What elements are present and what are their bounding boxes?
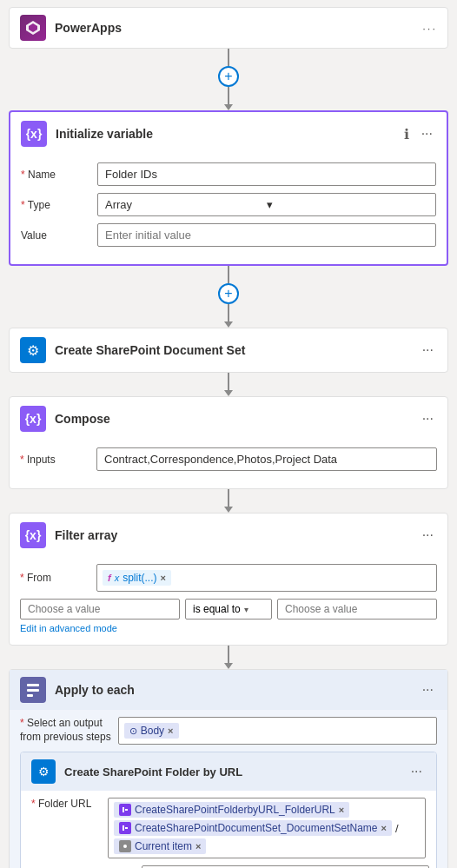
init-var-name-label: Name [21, 169, 90, 181]
powerapps-title: PowerApps [55, 21, 414, 35]
init-var-title: Initialize variable [56, 127, 392, 141]
create-doc-set-title: Create SharePoint Document Set [55, 343, 410, 357]
svg-rect-3 [27, 689, 39, 692]
filter-from-token[interactable]: fx split(...) × [103, 570, 171, 586]
apply-select-label: Select an outputfrom previous steps [20, 717, 111, 744]
compose-icon: {x} [20, 406, 46, 432]
folder-url-token1[interactable]: CreateSharePointFolderbyURL_FolderURL × [114, 802, 349, 818]
init-var-type-label: Type [21, 199, 90, 211]
filter-condition-label: is equal to [193, 603, 241, 615]
apply-to-each-title: Apply to each [55, 683, 410, 697]
filter-from-label: From [20, 572, 89, 584]
svg-rect-7 [123, 825, 124, 831]
create-doc-set-header[interactable]: ⚙ Create SharePoint Document Set ··· [10, 328, 447, 372]
type-chevron-icon: ▾ [267, 198, 428, 211]
apply-to-each-more-button[interactable]: ··· [419, 680, 437, 699]
folder-url-token2-row: CreateSharePointDocumentSet_DocumentSetN… [114, 820, 401, 836]
powerapps-bar: PowerApps ··· [9, 7, 448, 49]
folder-url-row: Folder URL CreateSharePointFolderbyURL_F… [31, 798, 426, 858]
filter-condition-chevron: ▾ [244, 605, 248, 614]
initialize-variable-header[interactable]: {x} Initialize variable ℹ ··· [10, 112, 447, 156]
init-var-icon: {x} [21, 121, 47, 147]
compose-more-button[interactable]: ··· [419, 409, 437, 428]
init-var-value-label: Value [21, 229, 90, 242]
create-folder-url-header[interactable]: ⚙ Create SharePoint Folder by URL ··· [21, 752, 436, 791]
create-folder-url-title: Create SharePoint Folder by URL [64, 765, 399, 779]
svg-rect-6 [125, 809, 128, 811]
folder-url-token3-label: Current item [135, 840, 192, 852]
plus-button-1[interactable]: + [218, 66, 239, 87]
create-folder-url-card: ⚙ Create SharePoint Folder by URL ··· Fo… [20, 752, 437, 868]
token2-icon [119, 822, 131, 834]
folder-url-token1-label: CreateSharePointFolderbyURL_FolderURL [135, 804, 335, 816]
connector-3 [224, 373, 233, 396]
initialize-variable-card: {x} Initialize variable ℹ ··· Name Type … [9, 110, 448, 266]
apply-to-each-card: Apply to each ··· Select an outputfrom p… [9, 669, 448, 868]
connector-4 [224, 489, 233, 513]
compose-card: {x} Compose ··· Inputs [9, 396, 448, 489]
filter-split-token-label: split(...) [123, 572, 156, 584]
folder-url-token-container: CreateSharePointFolderbyURL_FolderURL × … [108, 798, 426, 858]
filter-condition-select[interactable]: is equal to ▾ [185, 599, 272, 620]
compose-inputs-row: Inputs [20, 447, 437, 471]
folder-url-token2-label: CreateSharePointDocumentSet_DocumentSetN… [135, 822, 377, 834]
filter-split-token-close[interactable]: × [161, 573, 166, 583]
init-var-name-row: Name [21, 162, 436, 186]
folder-url-token2-close[interactable]: × [381, 823, 386, 833]
connector-5 [224, 646, 233, 669]
filter-value-right-input[interactable] [277, 599, 437, 620]
filter-array-header[interactable]: {x} Filter array ··· [10, 514, 447, 557]
init-var-info-button[interactable]: ℹ [401, 124, 413, 144]
filter-value-left-input[interactable] [20, 599, 180, 620]
apply-body-token-close[interactable]: × [168, 726, 173, 736]
filter-array-title: Filter array [55, 528, 410, 542]
slash-separator: / [394, 822, 401, 835]
apply-select-output-row: Select an outputfrom previous steps ⊙ Bo… [20, 717, 437, 745]
init-var-name-input[interactable] [97, 162, 436, 186]
filter-array-body: From fx split(...) × is equal to ▾ Edit … [10, 557, 447, 645]
apply-body-token-icon: ⊙ [129, 726, 137, 737]
filter-from-token-container: fx split(...) × [96, 564, 437, 592]
apply-to-each-header[interactable]: Apply to each ··· [10, 670, 447, 710]
filter-array-card: {x} Filter array ··· From fx split(...) … [9, 513, 448, 646]
apply-body-token-container: ⊙ Body × [118, 717, 437, 745]
init-var-body: Name Type Array ▾ Value [10, 156, 447, 264]
init-var-type-select[interactable]: Array ▾ [97, 193, 436, 216]
powerapps-more[interactable]: ··· [422, 22, 437, 35]
folder-url-token2[interactable]: CreateSharePointDocumentSet_DocumentSetN… [114, 820, 392, 836]
svg-rect-5 [123, 807, 124, 812]
compose-inputs-input[interactable] [96, 447, 437, 471]
connector-2: + [218, 266, 239, 328]
apply-to-each-icon [20, 677, 46, 703]
init-var-value-input[interactable] [97, 223, 436, 247]
init-var-type-row: Type Array ▾ [21, 193, 436, 216]
create-doc-set-card: ⚙ Create SharePoint Document Set ··· [9, 328, 448, 373]
apply-body-token-label: Body [141, 725, 164, 737]
create-doc-set-more-button[interactable]: ··· [419, 341, 437, 360]
apply-to-each-body: Select an outputfrom previous steps ⊙ Bo… [10, 710, 447, 868]
svg-rect-2 [27, 684, 39, 686]
init-var-more-button[interactable]: ··· [418, 124, 436, 143]
folder-url-token3[interactable]: Current item × [114, 838, 206, 854]
apply-body-token[interactable]: ⊙ Body × [124, 723, 179, 739]
create-doc-set-icon: ⚙ [20, 337, 46, 363]
token3-icon [119, 840, 131, 852]
create-folder-url-more-button[interactable]: ··· [407, 762, 426, 781]
filter-advanced-link[interactable]: Edit in advanced mode [20, 623, 117, 633]
filter-condition-row: is equal to ▾ [20, 599, 437, 620]
compose-header[interactable]: {x} Compose ··· [10, 397, 447, 441]
folder-url-token1-close[interactable]: × [339, 805, 344, 815]
compose-inputs-label: Inputs [20, 454, 89, 466]
plus-button-2[interactable]: + [218, 283, 239, 304]
filter-array-more-button[interactable]: ··· [419, 526, 437, 545]
svg-rect-4 [27, 694, 33, 697]
filter-from-row: From fx split(...) × [20, 564, 437, 592]
filter-array-icon: {x} [20, 522, 46, 548]
folder-url-token3-close[interactable]: × [195, 841, 201, 851]
create-folder-url-body: Folder URL CreateSharePointFolderbyURL_F… [21, 791, 436, 868]
token1-icon [119, 804, 131, 816]
compose-body: Inputs [10, 441, 447, 488]
create-folder-url-icon: ⚙ [31, 759, 56, 784]
init-var-type-value: Array [105, 198, 267, 211]
connector-1: + [218, 49, 239, 110]
